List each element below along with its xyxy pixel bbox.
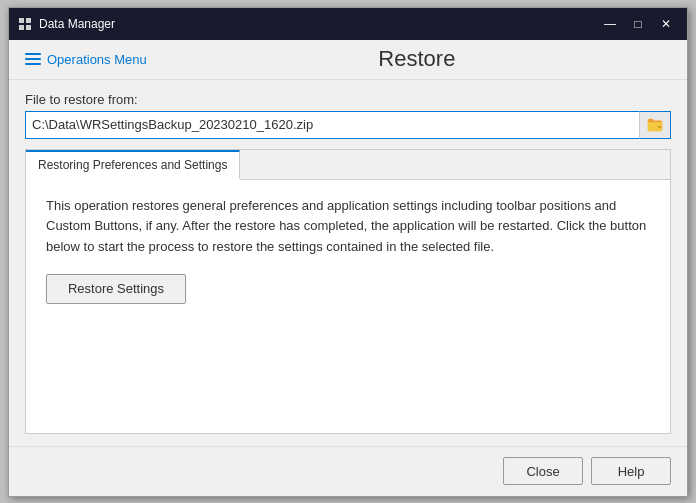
- app-icon: [17, 16, 33, 32]
- help-button[interactable]: Help: [591, 457, 671, 485]
- tab-panel: Restoring Preferences and Settings This …: [25, 149, 671, 434]
- svg-rect-4: [658, 125, 662, 127]
- svg-rect-2: [19, 25, 24, 30]
- operations-menu-item[interactable]: Operations Menu: [17, 48, 155, 71]
- content-area: File to restore from: Restoring Preferen…: [9, 80, 687, 446]
- restore-settings-button[interactable]: Restore Settings: [46, 274, 186, 304]
- close-window-button[interactable]: ✕: [653, 14, 679, 34]
- description-text: This operation restores general preferen…: [46, 196, 650, 258]
- main-window: Data Manager — □ ✕ Operations Menu Resto…: [8, 7, 688, 497]
- file-section: File to restore from:: [25, 92, 671, 139]
- operations-menu-label: Operations Menu: [47, 52, 147, 67]
- browse-button[interactable]: [639, 111, 671, 139]
- minimize-button[interactable]: —: [597, 14, 623, 34]
- file-input-row: [25, 111, 671, 139]
- maximize-button[interactable]: □: [625, 14, 651, 34]
- tab-content: This operation restores general preferen…: [26, 180, 670, 433]
- window-controls: — □ ✕: [597, 14, 679, 34]
- footer: Close Help: [9, 446, 687, 496]
- window-title: Data Manager: [39, 17, 115, 31]
- close-button[interactable]: Close: [503, 457, 583, 485]
- tab-header: Restoring Preferences and Settings: [26, 150, 670, 180]
- file-path-input[interactable]: [25, 111, 639, 139]
- tab-restoring-preferences[interactable]: Restoring Preferences and Settings: [26, 150, 240, 180]
- svg-rect-0: [19, 18, 24, 23]
- hamburger-icon: [25, 53, 41, 65]
- page-title: Restore: [378, 46, 455, 72]
- svg-rect-1: [26, 18, 31, 23]
- title-bar: Data Manager — □ ✕: [9, 8, 687, 40]
- svg-rect-3: [26, 25, 31, 30]
- title-bar-left: Data Manager: [17, 16, 115, 32]
- menu-bar: Operations Menu Restore: [9, 40, 687, 80]
- folder-icon: [646, 116, 664, 134]
- file-label: File to restore from:: [25, 92, 671, 107]
